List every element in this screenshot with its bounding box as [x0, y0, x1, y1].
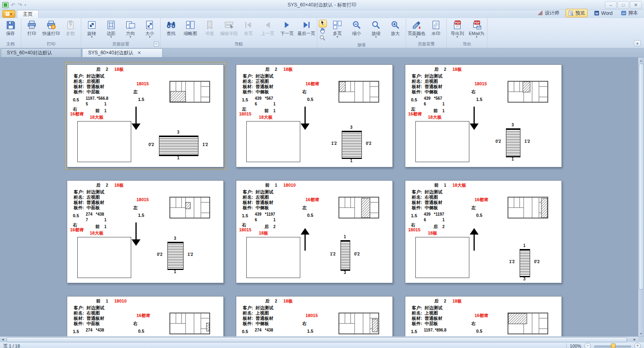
ribbon-button-multipage[interactable]: 多页▾: [328, 19, 347, 42]
params-icon: ?: [65, 20, 76, 30]
tool-button-hand[interactable]: [319, 28, 326, 35]
field-label-cabinet-name: 柜名:: [243, 311, 253, 315]
vertical-scroll-thumb[interactable]: [639, 64, 644, 290]
scroll-right-icon[interactable]: ▶: [632, 337, 638, 342]
label-page-2[interactable]: 后218板客户:封边测试柜名:正视图板材:普通板材板件:中侧板16都肯右0.51…: [236, 64, 393, 167]
zoom-slider-thumb[interactable]: [611, 344, 615, 348]
ribbon-button-save[interactable]: 保存: [1, 19, 20, 41]
field-value-material: 普通板材: [425, 316, 442, 321]
ribbon-button-page-color[interactable]: 页面颜色▾: [407, 19, 426, 41]
collapse-ribbon-icon[interactable]: ▲: [634, 40, 641, 46]
cabinet-diagram: [339, 81, 379, 103]
edgeband-top: 1: [344, 235, 346, 239]
zoom-out-icon: [351, 20, 362, 30]
arrow-down-icon: [131, 222, 141, 247]
mode-button-预览[interactable]: 预览: [566, 9, 588, 17]
mode-button-脚本[interactable]: </>脚本: [619, 9, 640, 17]
zoom-slider[interactable]: [594, 343, 631, 348]
ribbon-button-rotate[interactable]: 旋转▾: [82, 19, 101, 41]
maximize-button[interactable]: □: [617, 1, 629, 9]
page-color-icon: [411, 20, 422, 30]
vertical-scrollbar[interactable]: ▲ ▼: [638, 58, 644, 336]
field-value-cabinet-name: 右视图: [87, 311, 100, 315]
label-page-9[interactable]: 后218板客户:封边测试柜名:上视图板材:普通板材板件:中层板16都肯右0.51…: [405, 296, 562, 336]
horizontal-scrollbar[interactable]: ◀ ▶: [0, 336, 644, 342]
ribbon-button-pdf-email[interactable]: PDFEMail为▾: [467, 19, 486, 41]
customize-qat-icon[interactable]: ▾: [25, 2, 26, 8]
document-tab-1[interactable]: SYS_60×40封边默认: [1, 48, 81, 57]
undo-icon[interactable]: ↶: [11, 2, 15, 8]
field-label-material: 板材:: [243, 316, 253, 321]
count-1: 5: [86, 102, 88, 106]
ribbon-button-orientation[interactable]: 方向▾: [121, 19, 140, 41]
field-value-part-name: 中侧板: [256, 321, 269, 326]
ribbon-button-pdf-export[interactable]: PDF导出到▾: [448, 19, 467, 41]
panel-dimensions: 274 *438: [255, 328, 273, 332]
label-page-6[interactable]: 前118大板客户:封边测试柜名:右视图板材:普通板材板件:中侧板16都肯左0.5…: [405, 180, 562, 283]
zoom-out-button[interactable]: −: [584, 343, 591, 348]
direction-2: 前: [95, 224, 100, 229]
mode-button-设计师[interactable]: 设计师: [535, 9, 561, 17]
field-label-cabinet-name: 柜名:: [74, 195, 84, 200]
ribbon-button-zoom-in[interactable]: 放大: [386, 19, 405, 42]
label-direction: 前: [265, 183, 270, 187]
close-button[interactable]: ✕: [630, 1, 642, 9]
minimize-button[interactable]: –: [605, 1, 617, 9]
ribbon-button-quick-print[interactable]: 快速打印: [41, 19, 61, 41]
panel-dimensions: 439 *1197: [255, 212, 275, 216]
field-value-customer: 封边测试: [256, 74, 273, 78]
edge-code-left: 16都肯: [70, 112, 84, 116]
arrow-up-icon: [300, 228, 310, 253]
ribbon-button-find[interactable]: 查找: [161, 19, 181, 41]
mode-button-word[interactable]: WWord: [592, 10, 615, 16]
ribbon-button-margins[interactable]: 边距▾: [101, 19, 121, 41]
ribbon-button-last-page[interactable]: 最后一页: [297, 19, 316, 41]
label-page-4[interactable]: 后218板客户:封边测试柜名:左视图板材:普通板材板件:中面板18015左1.5…: [67, 180, 224, 283]
label-direction-count: 1: [275, 183, 277, 187]
document-tab-2[interactable]: SYS_60×40封边默认✕: [82, 48, 163, 57]
ribbon-button-watermark[interactable]: 水印: [426, 19, 446, 41]
side-middle: 右: [471, 321, 476, 326]
preview-canvas[interactable]: 后218板客户:封边测试柜名:上视图板材:普通板材板件:中层板16都肯右0.51…: [0, 58, 644, 336]
ribbon-button-edit-field: 编辑字段: [219, 19, 239, 41]
ribbon-button-size[interactable]: 大小▾: [140, 19, 159, 41]
app-menu-button[interactable]: ▾: [2, 10, 15, 18]
dialog-launcher-icon[interactable]: ⌐: [154, 41, 159, 47]
statusbar-separator: [566, 344, 567, 348]
scroll-left-icon[interactable]: ◀: [0, 337, 6, 342]
label-page-3[interactable]: 后218板客户:封边测试柜名:后视图板材:普通板材板件:中侧板18015右1.5…: [405, 64, 562, 167]
field-label-material: 板材:: [243, 84, 253, 89]
panel-outline-rect: [246, 121, 300, 162]
ribbon-button-thumbnails[interactable]: 缩略图: [181, 19, 200, 41]
edgeband-bottom: 1: [177, 156, 180, 160]
label-direction: 后: [434, 67, 439, 72]
horizontal-scroll-thumb[interactable]: [6, 337, 627, 342]
label-page-8[interactable]: 后218板客户:封边测试柜名:上视图板材:普通板材板件:中侧板18015右1.5…: [236, 296, 393, 336]
zoom-in-button[interactable]: +: [634, 343, 641, 348]
ribbon-button-print[interactable]: 打印: [22, 19, 41, 41]
edgeband-left: 1'2: [331, 142, 337, 146]
label-page-5[interactable]: 前118010客户:封边测试柜名:左视图板材:普通板材板件:中侧板16都肯左0.…: [236, 180, 393, 283]
close-tab-icon[interactable]: ✕: [136, 50, 142, 56]
edge-code-middle: 18015: [305, 313, 318, 318]
label-direction-count: 2: [106, 68, 108, 72]
cabinet-diagram: [169, 313, 210, 334]
ribbon-button-zoom-out[interactable]: 缩小: [347, 19, 366, 42]
label-page-7[interactable]: 前118010客户:封边测试柜名:右视图板材:普通板材板件:中面板16都肯右0.…: [67, 296, 224, 336]
scroll-up-icon[interactable]: ▲: [638, 58, 644, 63]
redo-icon[interactable]: ↷: [18, 2, 22, 8]
tool-button-zoom-region[interactable]: [319, 35, 326, 42]
ribbon-button-next-page[interactable]: 下一页: [277, 19, 297, 41]
ribbon-button-label: 缩小: [352, 31, 361, 36]
ribbon: 保存文档打印快速打印?参数打印旋转▾边距▾方向▾大小▾页面设置⌐查找缩略图书签编…: [0, 18, 644, 48]
ribbon-group-label: 导航: [161, 41, 316, 48]
ribbon-button-label: 保存: [6, 31, 15, 36]
edit-field-icon: [224, 20, 234, 30]
edgeband-top: 3: [177, 130, 180, 134]
field-value-customer: 封边测试: [87, 306, 104, 310]
ribbon-button-zoom-range[interactable]: 放缩▾: [366, 19, 386, 42]
scroll-down-icon[interactable]: ▼: [638, 331, 644, 336]
label-page-1[interactable]: 后218板客户:封边测试柜名:后视图板材:普通板材板件:中层板18015左1.5…: [67, 64, 224, 167]
tool-button-pointer[interactable]: [319, 20, 327, 27]
tab-home[interactable]: 主页: [17, 10, 39, 18]
